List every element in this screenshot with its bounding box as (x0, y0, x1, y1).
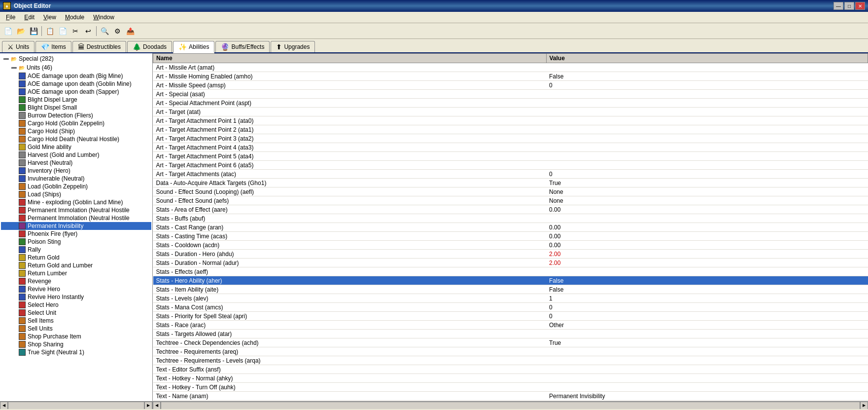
tree-item-phoenix-fire[interactable]: Phoenix Fire (flyer) (1, 230, 151, 238)
table-row[interactable]: Stats - Mana Cost (amcs)0 (153, 303, 868, 312)
toolbar-cut[interactable]: ✂ (69, 25, 81, 37)
table-row[interactable]: Art - Missile Homing Enabled (amho)False (153, 72, 868, 81)
table-row[interactable]: Stats - Cooldown (acdn)0.00 (153, 241, 868, 250)
tree-item-aoe-goblin-mine[interactable]: AOE damage upon death (Goblin Mine) (1, 80, 151, 88)
table-row[interactable]: Stats - Duration - Normal (adur)2.00 (153, 259, 868, 267)
tab-buffs[interactable]: 🔮 Buffs/Effects (215, 41, 270, 52)
tree-item-load-zeppelin[interactable]: Load (Goblin Zeppelin) (1, 183, 151, 190)
table-row[interactable]: Stats - Cast Range (aran)0.00 (153, 223, 868, 232)
table-row[interactable]: Art - Target Attachment Point 6 (ata5) (153, 161, 868, 170)
table-row[interactable]: Art - Target Attachment Point 1 (ata0) (153, 116, 868, 125)
table-row[interactable]: Stats - Casting Time (acas)0.00 (153, 232, 868, 241)
table-row[interactable]: Art - Target Attachment Point 2 (ata1) (153, 125, 868, 134)
tab-doodads[interactable]: 🌲 Doodads (127, 41, 172, 52)
table-row[interactable]: Stats - Targets Allowed (atar) (153, 330, 868, 338)
table-row[interactable]: Text - Name (anam)Permanent Invisibility (153, 392, 868, 401)
tree-item-rally[interactable]: Rally (1, 246, 151, 254)
minimize-button[interactable]: — (833, 2, 843, 10)
tree-item-select-unit[interactable]: Select Unit (1, 309, 151, 317)
table-row[interactable]: Stats - Item Ability (aite)False (153, 285, 868, 294)
menu-window[interactable]: Window (89, 13, 118, 22)
table-row[interactable]: Sound - Effect Sound (aefs)None (153, 196, 868, 205)
menu-module[interactable]: Module (61, 13, 88, 22)
table-row[interactable]: Stats - Buffs (abuf) (153, 214, 868, 223)
tree-item-harvest-neutral[interactable]: Harvest (Neutral) (1, 159, 151, 167)
table-row[interactable]: Stats - Effects (aeff) (153, 267, 868, 276)
close-button[interactable]: ✕ (855, 2, 865, 10)
tree-item-revenge[interactable]: Revenge (1, 277, 151, 285)
table-row[interactable]: Stats - Hero Ability (aher)False (153, 276, 868, 285)
table-row[interactable]: Art - Missile Speed (amsp)0 (153, 81, 868, 90)
menu-view[interactable]: View (39, 13, 60, 22)
tree-item-blight-small[interactable]: Blight Dispel Small (1, 104, 151, 112)
tree-item-aoe-sapper[interactable]: AOE damage upon death (Sapper) (1, 88, 151, 96)
prop-table-container[interactable]: Name Value Art - Missile Art (amat)Art -… (153, 53, 868, 401)
tree-item-revive-instantly[interactable]: Revive Hero Instantly (1, 293, 151, 301)
right-hscroll-right-btn[interactable]: ▶ (860, 402, 868, 410)
tree-units-group[interactable]: ➖ 📂 Units (46) (1, 63, 151, 72)
toolbar-new[interactable]: 📄 (2, 25, 14, 37)
tree-item-perm-immolation1[interactable]: Permanent Immolation (Neutral Hostile (1, 206, 151, 214)
table-row[interactable]: Art - Target Attachments (atac)0 (153, 170, 868, 179)
hscroll-track[interactable] (8, 402, 144, 410)
tree-item-cargo-death[interactable]: Cargo Hold Death (Neutral Hostile) (1, 135, 151, 143)
expand-units-icon[interactable]: ➖ (10, 64, 18, 72)
tree-item-revive-hero[interactable]: Revive Hero (1, 285, 151, 293)
toolbar-export[interactable]: 📤 (124, 25, 136, 37)
maximize-button[interactable]: □ (844, 2, 854, 10)
table-row[interactable]: Text - Hotkey - Normal (ahky) (153, 374, 868, 383)
right-hscroll-track[interactable] (161, 402, 860, 410)
tab-items[interactable]: 💎 Items (35, 41, 71, 52)
tree-item-harvest-gold[interactable]: Harvest (Gold and Lumber) (1, 151, 151, 159)
tree-item-gold-mine[interactable]: Gold Mine ability (1, 143, 151, 151)
table-row[interactable]: Techtree - Check Dependencies (achd)True (153, 338, 868, 347)
tree-item-return-gold[interactable]: Return Gold (1, 254, 151, 261)
tree-item-aoe-big-mine[interactable]: AOE damage upon death (Big Mine) (1, 72, 151, 80)
toolbar-copy[interactable]: 📋 (44, 25, 56, 37)
tree-item-blight-large[interactable]: Blight Dispel Large (1, 96, 151, 104)
tree-item-sell-units[interactable]: Sell Units (1, 325, 151, 333)
tab-destructibles[interactable]: 🏛 Destructibles (72, 41, 126, 52)
table-row[interactable]: Stats - Area of Effect (aare)0.00 (153, 205, 868, 214)
tree-item-cargo-ship[interactable]: Cargo Hold (Ship) (1, 127, 151, 135)
tree-item-select-hero[interactable]: Select Hero (1, 301, 151, 309)
toolbar-paste[interactable]: 📄 (57, 25, 69, 37)
menu-file[interactable]: File (2, 13, 19, 22)
tree-item-return-lumber[interactable]: Return Lumber (1, 269, 151, 277)
tree-item-sell-items[interactable]: Sell Items (1, 317, 151, 325)
table-row[interactable]: Stats - Levels (alev)1 (153, 294, 868, 303)
tree-item-burrow-detect[interactable]: Burrow Detection (Fliers) (1, 112, 151, 119)
right-panel-hscroll[interactable]: ◀ ▶ (153, 401, 868, 409)
table-row[interactable]: Text - Hotkey - Turn Off (auhk) (153, 383, 868, 392)
table-row[interactable]: Art - Target Attachment Point 3 (ata2) (153, 134, 868, 143)
table-row[interactable]: Data - Auto-Acquire Attack Targets (Gho1… (153, 179, 868, 187)
toolbar-open[interactable]: 📂 (15, 25, 27, 37)
tree-item-shop-purchase[interactable]: Shop Purchase Item (1, 333, 151, 340)
tab-upgrades[interactable]: ⬆ Upgrades (271, 41, 315, 52)
toolbar-find[interactable]: 🔍 (99, 25, 110, 37)
tree-item-invulnerable[interactable]: Invulnerable (Neutral) (1, 175, 151, 183)
left-panel-hscroll[interactable]: ◀ ▶ (0, 401, 152, 409)
expand-root-icon[interactable]: ➖ (2, 55, 10, 63)
tree-item-cargo-zeppelin[interactable]: Cargo Hold (Goblin Zeppelin) (1, 119, 151, 127)
tree-item-perm-invis[interactable]: Permanent Invisibility (1, 222, 151, 230)
table-row[interactable]: Art - Target Attachment Point 5 (ata4) (153, 152, 868, 161)
table-row[interactable]: Techtree - Requirements - Levels (arqa) (153, 356, 868, 365)
tree-item-inventory-hero[interactable]: Inventory (Hero) (1, 167, 151, 175)
table-row[interactable]: Sound - Effect Sound (Looping) (aefl)Non… (153, 187, 868, 196)
table-row[interactable]: Techtree - Requirements (areq) (153, 347, 868, 356)
tree-item-perm-immolation2[interactable]: Permanent Immolation (Neutral Hostile (1, 214, 151, 222)
toolbar-undo[interactable]: ↩ (82, 25, 94, 37)
hscroll-right-btn[interactable]: ▶ (144, 402, 152, 410)
hscroll-left-btn[interactable]: ◀ (0, 402, 8, 410)
tree-item-poison-sting[interactable]: Poison Sting (1, 238, 151, 246)
toolbar-save[interactable]: 💾 (28, 25, 39, 37)
table-row[interactable]: Art - Special Attachment Point (aspt) (153, 99, 868, 108)
menu-edit[interactable]: Edit (20, 13, 38, 22)
toolbar-settings[interactable]: ⚙ (111, 25, 123, 37)
tab-abilities[interactable]: ✨ Abilities (173, 41, 214, 53)
tree-root[interactable]: ➖ 📂 Special (282) (1, 54, 151, 63)
table-row[interactable]: Stats - Duration - Hero (ahdu)2.00 (153, 250, 868, 259)
table-row[interactable]: Art - Special (asat) (153, 90, 868, 99)
tree-item-true-sight[interactable]: True Sight (Neutral 1) (1, 348, 151, 356)
